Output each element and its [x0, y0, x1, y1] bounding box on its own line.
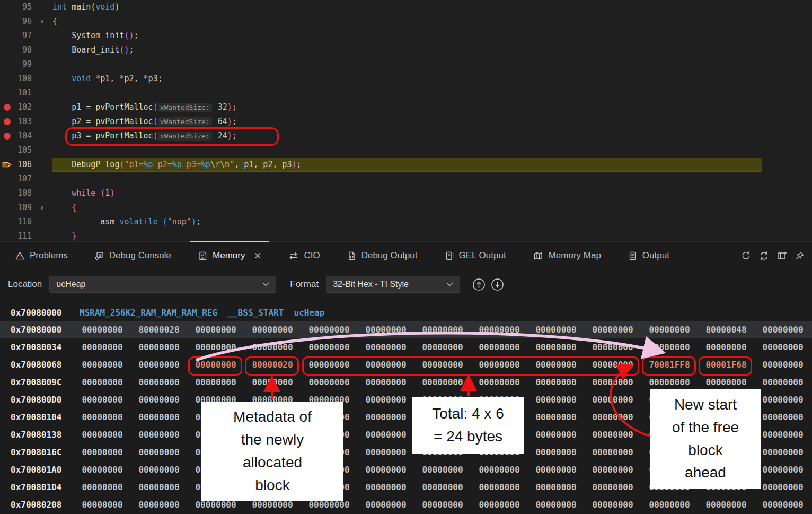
memory-cell[interactable]: 00000000 — [590, 338, 636, 356]
memory-cell[interactable]: 00000000 — [136, 356, 182, 373]
memory-cell[interactable]: 00000000 — [760, 478, 806, 496]
memory-cell[interactable]: 00000000 — [80, 478, 125, 496]
memory-cell[interactable]: 00000000 — [533, 461, 579, 478]
code-line-102[interactable]: 102 p1 = pvPortMalloc(xWantedSize: 32); — [0, 100, 812, 115]
memory-cell[interactable]: 00000000 — [420, 426, 465, 443]
memory-cell[interactable]: 00000000 — [306, 356, 352, 373]
memory-cell[interactable]: 00000000 — [193, 391, 239, 408]
breakpoint-gutter[interactable] — [0, 14, 14, 29]
memory-cell[interactable]: 00000000 — [250, 391, 295, 408]
code-editor[interactable]: 95int main(void)96∨{97 System_init();98 … — [0, 0, 812, 241]
memory-cell[interactable]: 00000000 — [80, 461, 125, 478]
memory-cell[interactable]: 00000000 — [306, 496, 352, 513]
code-line-106[interactable]: 106 DebugP_log("p1=%p p2=%p p3=%p\r\n", … — [0, 158, 812, 172]
memory-cell[interactable]: 00000000 — [80, 373, 125, 391]
memory-cell[interactable]: 00000000 — [80, 321, 125, 338]
memory-cell[interactable]: 00000000 — [136, 373, 182, 391]
memory-cell[interactable]: 00000000 — [136, 496, 182, 513]
memory-cell[interactable]: 00000000 — [80, 356, 125, 373]
memory-cell[interactable]: 00000000 — [363, 461, 409, 478]
tab-problems[interactable]: Problems — [7, 242, 75, 269]
memory-cell[interactable]: 00000000 — [420, 338, 465, 356]
memory-cell[interactable]: 00000000 — [703, 443, 749, 461]
memory-cell[interactable]: 00000000 — [476, 496, 522, 513]
memory-cell[interactable]: 00000000 — [590, 391, 636, 408]
memory-cell[interactable]: 00000000 — [80, 443, 125, 461]
memory-cell[interactable]: 00000000 — [363, 408, 409, 426]
memory-cell[interactable]: 00000000 — [193, 338, 239, 356]
memory-cell[interactable]: 00000000 — [193, 461, 239, 478]
memory-cell[interactable]: 00000000 — [760, 496, 806, 513]
memory-cell[interactable]: 00000000 — [647, 373, 692, 391]
code-line-101[interactable]: 101 — [0, 86, 812, 100]
memory-cell[interactable]: 00000000 — [80, 408, 125, 426]
memory-cell[interactable]: 00000000 — [193, 426, 239, 443]
memory-cell[interactable]: 00000000 — [647, 321, 692, 338]
code-line-111[interactable]: 111 } — [0, 229, 812, 241]
memory-cell[interactable]: 00000000 — [306, 338, 352, 356]
memory-cell[interactable]: 00000000 — [250, 321, 295, 338]
breakpoint-gutter[interactable] — [0, 186, 14, 201]
code-line-96[interactable]: 96∨{ — [0, 14, 812, 29]
memory-cell[interactable]: 00000000 — [533, 496, 579, 513]
scroll-down-button[interactable] — [490, 277, 505, 292]
memory-cell[interactable]: 00000000 — [306, 408, 352, 426]
memory-cell[interactable]: 00000000 — [590, 443, 636, 461]
memory-cell[interactable]: 00000000 — [476, 373, 522, 391]
memory-cell[interactable]: 00000000 — [420, 443, 465, 461]
memory-cell[interactable]: 00000000 — [703, 426, 749, 443]
memory-cell[interactable]: 00000000 — [533, 321, 579, 338]
memory-cell[interactable]: 00000000 — [590, 426, 636, 443]
memory-cell[interactable]: 00000000 — [590, 356, 636, 373]
tab-debug-console[interactable]: Debug Console — [87, 242, 179, 269]
memory-cell[interactable]: 00000000 — [193, 443, 239, 461]
memory-cell[interactable]: 00000000 — [250, 408, 295, 426]
breakpoint-gutter[interactable] — [0, 115, 14, 129]
memory-cell[interactable]: 00000000 — [703, 373, 749, 391]
breakpoint-gutter[interactable] — [0, 86, 14, 100]
memory-cell[interactable]: 00000000 — [590, 321, 636, 338]
tab-close-button[interactable] — [254, 252, 261, 259]
memory-cell[interactable]: 00000000 — [420, 478, 465, 496]
breakpoint-gutter[interactable] — [0, 158, 14, 172]
memory-cell[interactable]: 00000000 — [760, 461, 806, 478]
memory-cell[interactable]: 00000000 — [363, 373, 409, 391]
memory-cell[interactable]: 00000000 — [647, 391, 692, 408]
breakpoint-gutter[interactable] — [0, 129, 14, 143]
memory-cell[interactable]: 00000000 — [760, 391, 806, 408]
memory-cell[interactable]: 00000000 — [533, 373, 579, 391]
memory-cell[interactable]: 00000000 — [647, 443, 692, 461]
breakpoint-gutter[interactable] — [0, 72, 14, 86]
memory-cell[interactable]: 00000000 — [476, 391, 522, 408]
memory-cell[interactable]: 00000000 — [703, 408, 749, 426]
memory-cell[interactable]: 00000000 — [533, 478, 579, 496]
code-line-97[interactable]: 97 System_init(); — [0, 29, 812, 43]
memory-cell[interactable]: 00000000 — [760, 443, 806, 461]
code-line-109[interactable]: 109∨ { — [0, 201, 812, 215]
memory-cell[interactable]: 00000000 — [306, 478, 352, 496]
memory-cell[interactable]: 00000000 — [136, 391, 182, 408]
memory-cell[interactable]: 00000000 — [533, 338, 579, 356]
fold-chevron-icon[interactable]: ∨ — [32, 201, 52, 215]
memory-cell[interactable]: 00000000 — [476, 426, 522, 443]
memory-cell[interactable]: 00000000 — [703, 391, 749, 408]
memory-cell[interactable]: 00000000 — [590, 461, 636, 478]
memory-cell[interactable]: 00000000 — [136, 461, 182, 478]
tab-memory-map[interactable]: Memory Map — [525, 242, 608, 269]
refresh-button[interactable] — [758, 250, 770, 262]
memory-cell[interactable]: 00000000 — [420, 391, 465, 408]
tab-output[interactable]: Output — [620, 242, 677, 269]
memory-cell[interactable]: 00000000 — [306, 426, 352, 443]
memory-header-symbols[interactable]: MSRAM_256K2_RAM_RAM_RAM_REG __BSS_START … — [80, 305, 324, 321]
memory-cell[interactable]: 00000000 — [250, 338, 295, 356]
memory-cell[interactable]: 00000000 — [306, 373, 352, 391]
memory-cell[interactable]: 00000000 — [250, 373, 295, 391]
breakpoint-gutter[interactable] — [0, 100, 14, 115]
memory-cell[interactable]: 00000000 — [363, 443, 409, 461]
memory-cell[interactable]: 00000000 — [306, 443, 352, 461]
tab-debug-output[interactable]: Debug Output — [339, 242, 425, 269]
memory-cell[interactable]: 00000000 — [703, 496, 749, 513]
memory-cell[interactable]: 00000000 — [647, 478, 692, 496]
code-line-99[interactable]: 99 — [0, 57, 812, 72]
memory-cell[interactable]: 00000000 — [760, 338, 806, 356]
